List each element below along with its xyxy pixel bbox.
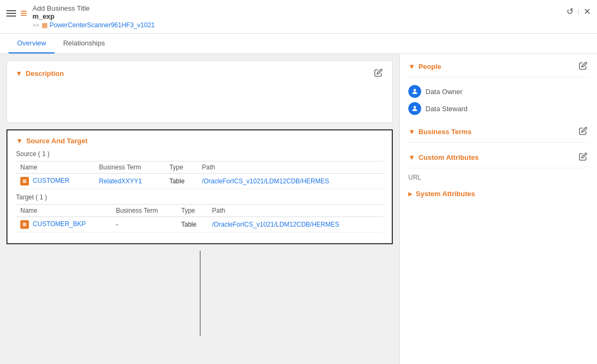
header: ≡ Add Business Title m_exp >> ▦ PowerCen… [0,0,597,34]
header-title: Add Business Title [33,4,155,12]
col-type-src: Type [165,161,198,174]
close-button[interactable]: ✕ [584,6,591,17]
description-triangle: ▼ [15,69,22,78]
system-attributes-row: ▶ System Attributes [408,190,588,198]
people-section-title: ▼ People [408,63,441,71]
svg-point-0 [414,89,416,91]
description-label: Description [26,69,64,78]
business-terms-section: ▼ Business Terms [408,126,588,143]
col-business-term-src: Business Term [95,161,165,174]
custom-attributes-label: Custom Attributes [418,153,479,161]
right-panel: ▼ People Data Owner [399,54,597,364]
business-terms-title: ▼ Business Terms [408,128,471,136]
source-target-label: Source And Target [26,137,88,145]
main-content: ▼ Description ▼ Source And Target Source [0,54,597,364]
source-label: Source ( 1 ) [16,150,383,158]
source-table: Name Business Term Type Path ⊞ CUSTOMER … [16,161,383,189]
tab-relationships[interactable]: Relationships [55,34,113,53]
custom-attributes-edit-button[interactable] [578,151,588,164]
svg-point-1 [414,106,416,109]
header-actions: ↺ | ✕ [567,6,591,17]
description-title[interactable]: ▼ Description [15,69,64,78]
people-triangle: ▼ [408,63,415,71]
table-grid-icon: ⊞ [20,177,29,185]
left-panel: ▼ Description ▼ Source And Target Source [0,54,399,364]
data-owner-label: Data Owner [425,88,462,96]
breadcrumb-arrows: >> [33,22,40,28]
system-attributes-section: ▶ System Attributes [408,190,588,198]
breadcrumb-icon: ▦ [42,21,48,29]
data-owner-row: Data Owner [408,83,588,100]
col-name-tgt: Name [16,205,112,217]
custom-attributes-title: ▼ Custom Attributes [408,153,479,161]
source-target-section: ▼ Source And Target Source ( 1 ) Name Bu… [6,129,393,244]
system-attributes-triangle: ▶ [408,191,413,197]
source-row-type: Table [165,174,198,189]
tab-overview[interactable]: Overview [9,34,55,53]
business-terms-label: Business Terms [418,128,471,136]
source-row-business-term: RelatedXXYY1 [95,174,165,189]
people-section-header: ▼ People [408,60,588,78]
table-row: ⊞ CUSTOMER_BKP - Table /OracleForICS_v10… [16,217,383,233]
source-path-link[interactable]: /OracleForICS_v1021/LDM12CDB/HERMES [202,177,329,185]
source-row-name: ⊞ CUSTOMER [16,174,95,189]
target-row-name: ⊞ CUSTOMER_BKP [16,217,112,233]
data-owner-avatar [408,85,421,98]
target-label: Target ( 1 ) [16,193,383,201]
people-edit-button[interactable] [578,60,588,73]
description-section: ▼ Description [6,60,393,123]
col-name-src: Name [16,161,95,174]
target-row-path: /OracleForICS_v1021/LDM12CDB/HERMES [208,217,383,233]
target-name-link[interactable]: CUSTOMER_BKP [33,220,86,228]
breadcrumb: >> ▦ PowerCenterScanner961HF3_v1021 [33,21,155,29]
business-terms-header: ▼ Business Terms [408,126,588,143]
breadcrumb-text[interactable]: PowerCenterScanner961HF3_v1021 [50,21,155,29]
system-attributes-label[interactable]: System Attributes [416,190,475,198]
business-terms-edit-button[interactable] [578,126,588,138]
description-header: ▼ Description [15,67,384,80]
col-path-tgt: Path [208,205,383,217]
data-steward-label: Data Steward [425,105,468,113]
col-business-term-tgt: Business Term [112,205,177,217]
custom-attributes-header: ▼ Custom Attributes [408,151,588,168]
source-row-path: /OracleForICS_v1021/LDM12CDB/HERMES [198,174,383,189]
target-path-link[interactable]: /OracleForICS_v1021/LDM12CDB/HERMES [212,221,339,228]
data-steward-row: Data Steward [408,100,588,117]
col-path-src: Path [198,161,383,174]
table-grid-icon-tgt: ⊞ [20,220,29,229]
target-table: Name Business Term Type Path ⊞ CUSTOMER_… [16,204,383,233]
source-business-term-link[interactable]: RelatedXXYY1 [99,177,142,185]
source-target-triangle: ▼ [16,137,23,145]
business-terms-triangle: ▼ [408,128,415,136]
custom-attributes-triangle: ▼ [408,153,415,161]
table-row: ⊞ CUSTOMER RelatedXXYY1 Table /OracleFor… [16,174,383,189]
people-section: ▼ People Data Owner [408,60,588,117]
source-target-title[interactable]: ▼ Source And Target [16,137,383,145]
tabs-bar: Overview Relationships [0,34,597,54]
people-label: People [418,63,441,71]
description-content [15,84,384,116]
target-row-business-term: - [112,217,177,233]
data-steward-avatar [408,102,421,115]
header-subtitle: m_exp [33,12,155,20]
menu-icon[interactable]: ≡ [6,6,27,20]
col-type-tgt: Type [177,205,208,217]
refresh-button[interactable]: ↺ [567,6,573,17]
custom-attributes-section: ▼ Custom Attributes URL [408,151,588,181]
target-row-type: Table [177,217,208,233]
header-info: Add Business Title m_exp >> ▦ PowerCente… [33,4,155,29]
url-label: URL [408,174,588,181]
description-edit-button[interactable] [373,67,384,80]
source-name-link[interactable]: CUSTOMER [33,177,69,184]
